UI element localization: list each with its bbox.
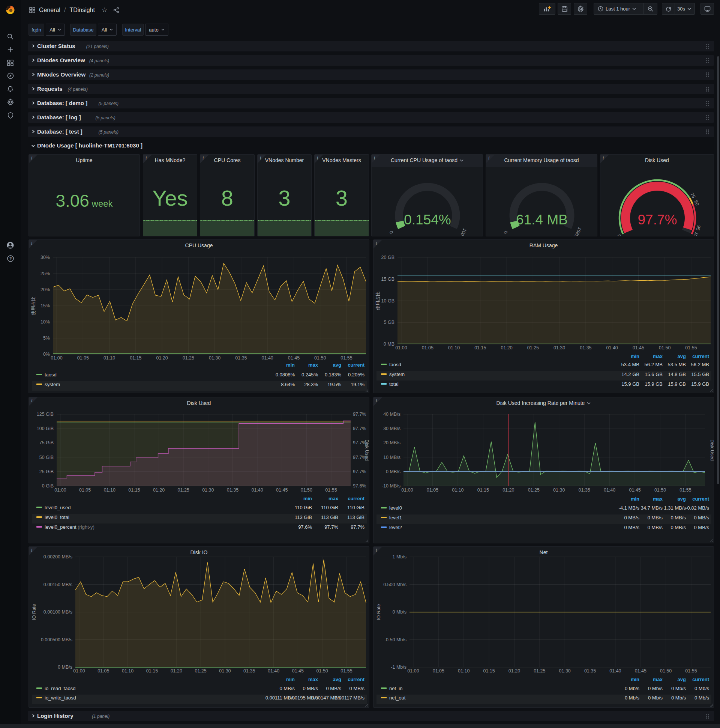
panel-title[interactable]: Uptime — [40, 157, 128, 163]
x-tick-label: 01:10 — [104, 355, 115, 361]
help-icon[interactable]: ? — [0, 253, 21, 264]
x-tick-label: 01:40 — [251, 488, 263, 493]
panel-info-corner[interactable] — [29, 154, 38, 163]
legend-value: 14.8 GB — [668, 372, 686, 377]
grafana-logo[interactable] — [0, 3, 21, 17]
y-tick-label: -10 MB/s — [382, 483, 401, 489]
row-login-history[interactable]: Login History (1 panel) — [28, 711, 714, 721]
x-tick-label: 01:05 — [427, 488, 438, 493]
row-title: DNodes Overview — [37, 57, 85, 63]
y-tick-label: -0.50 Mb/s — [384, 637, 406, 642]
time-range-picker[interactable]: Last 1 hour — [593, 3, 657, 15]
row-drag-handle[interactable] — [705, 86, 709, 92]
stat-sparkline — [143, 219, 197, 236]
dashboard-settings-button[interactable] — [574, 3, 587, 15]
x-tick-label: 01:50 — [301, 488, 313, 493]
variable-value-fqdn[interactable]: All — [46, 24, 65, 36]
row-dnode-usage[interactable]: DNode Usage [ huolinhe-TM1701:6030 ] — [28, 141, 714, 151]
row-drag-handle[interactable] — [705, 129, 709, 135]
x-tick-label: 01:35 — [235, 355, 247, 361]
panel-info-corner[interactable] — [200, 154, 209, 163]
panel-chart-cpu-usage: iCPU Usage30%25%20%15%10%5%0%01:0001:050… — [29, 239, 369, 393]
alerting-icon[interactable] — [0, 83, 21, 95]
x-tick-label: 01:05 — [98, 668, 109, 674]
gauge: 075809510097.7% — [600, 154, 714, 236]
zoom-out-icon[interactable] — [648, 6, 654, 12]
refresh-picker[interactable]: 30s — [662, 3, 695, 15]
x-tick-label: 01:25 — [178, 488, 189, 493]
refresh-icon[interactable] — [666, 6, 671, 12]
share-icon[interactable] — [113, 7, 119, 13]
y-tick-label: 75 GiB — [40, 440, 53, 445]
chart: 30%25%20%15%10%5%0%01:0001:0501:1001:150… — [29, 240, 369, 393]
row-database-test-[interactable]: Database: [ test ](5 panels) — [28, 127, 714, 137]
row-drag-handle[interactable] — [705, 115, 709, 121]
row-mnodes-overview[interactable]: MNodes Overview(2 panels) — [28, 69, 714, 80]
save-dashboard-button[interactable] — [558, 3, 571, 15]
panel-info-corner[interactable] — [143, 154, 152, 163]
panel-title[interactable]: Has MNode? — [154, 157, 186, 163]
breadcrumb-page[interactable]: TDinsight — [69, 7, 95, 14]
legend-value: 15.5 GB — [691, 372, 709, 377]
legend-value: 0 MB/s — [349, 685, 365, 691]
row-title: Database: [ test ] — [37, 128, 82, 135]
panel-title[interactable]: VNodes Number — [269, 157, 300, 163]
row-database-log-[interactable]: Database: [ log ](5 panels) — [28, 112, 714, 123]
legend-series-label: io_write_taosd — [45, 695, 76, 700]
star-icon[interactable]: ☆ — [102, 6, 107, 14]
row-title: Cluster Status — [37, 43, 75, 49]
legend-column-header: min — [304, 496, 312, 501]
create-icon[interactable] — [0, 44, 21, 55]
y-tick-label: 10 MB/s — [383, 455, 401, 460]
row-drag-handle[interactable] — [705, 101, 709, 106]
server-admin-icon[interactable] — [0, 110, 21, 121]
explore-icon[interactable] — [0, 70, 21, 81]
chevron-right-icon — [31, 130, 35, 134]
panel-title[interactable]: VNodes Masters — [326, 157, 357, 163]
row-drag-handle[interactable] — [705, 44, 709, 49]
avatar[interactable] — [0, 239, 21, 251]
row-requests[interactable]: Requests(4 panels) — [28, 84, 714, 94]
row-database-demo-[interactable]: Database: [ demo ](5 panels) — [28, 98, 714, 109]
y-tick-label: 0 GiB — [42, 483, 53, 489]
legend-value: 34.7 MB/s — [641, 505, 663, 511]
legend-value: 97.7% — [324, 524, 338, 530]
dashboards-icon[interactable] — [0, 57, 21, 68]
legend-value: 0.00117 MB/s — [335, 695, 365, 700]
chevron-down-icon — [58, 29, 61, 31]
cycle-view-mode-button[interactable] — [700, 3, 714, 15]
configuration-icon[interactable] — [0, 96, 21, 108]
row-dnodes-overview[interactable]: DNodes Overview(4 panels) — [28, 55, 714, 66]
variable-value-database[interactable]: All — [98, 24, 117, 36]
legend-value: 0 Mb/s — [625, 695, 640, 700]
row-drag-handle[interactable] — [705, 72, 709, 78]
gauge-value: 0.154% — [404, 212, 451, 228]
legend-value: 0.183% — [325, 372, 342, 378]
legend-value: 0 MB/s — [648, 515, 663, 520]
row-cluster-status[interactable]: Cluster Status(21 panels) — [28, 41, 714, 51]
row-drag-handle[interactable] — [705, 713, 709, 719]
legend-series-label: level1 — [389, 515, 402, 520]
variable-label-database: Database — [70, 24, 96, 36]
right-y-tick-label: 97.7% — [353, 411, 366, 417]
chevron-right-icon — [31, 58, 35, 62]
legend-value: 0 MB/s — [694, 515, 709, 520]
search-icon[interactable] — [0, 31, 21, 42]
refresh-interval-label: 30s — [677, 6, 685, 12]
panel-title[interactable]: CPU Cores — [212, 157, 243, 163]
x-tick-label: 01:25 — [527, 345, 539, 350]
row-drag-handle[interactable] — [705, 58, 709, 63]
row-panel-count: (5 panels) — [99, 101, 119, 106]
breadcrumb-section[interactable]: General — [39, 7, 60, 14]
y-tick-label: -1 Mb/s — [391, 665, 406, 670]
legend-value: 0 Mb/s — [625, 685, 640, 691]
scrollbar-thumb[interactable] — [717, 56, 719, 484]
x-tick-label: 01:40 — [606, 345, 618, 350]
x-tick-label: 01:30 — [554, 345, 565, 350]
stat-value: Yes — [143, 185, 197, 211]
y-tick-label: 20 MB/s — [383, 440, 401, 445]
add-panel-button[interactable] — [539, 3, 555, 15]
x-tick-label: 01:15 — [483, 668, 495, 674]
variable-value-interval[interactable]: auto — [145, 24, 168, 36]
legend-value: 0 MB/s — [624, 515, 640, 520]
